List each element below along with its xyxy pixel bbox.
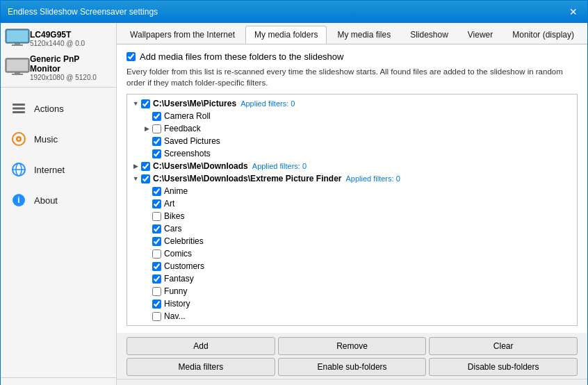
action-buttons-row1: Add Remove Clear (117, 333, 587, 358)
checkbox-15[interactable] (152, 287, 161, 296)
tree-row-12[interactable]: Comics (127, 247, 577, 260)
tree-row-10[interactable]: Cars (127, 222, 577, 235)
checkbox-9[interactable] (152, 212, 161, 221)
add-media-checkbox-label[interactable]: Add media files from these folders to th… (126, 51, 578, 62)
tree-row-15[interactable]: Funny (127, 285, 577, 297)
clear-button[interactable]: Clear (429, 337, 578, 355)
tab-my-media-folders[interactable]: My media folders (245, 26, 327, 44)
sidebar-item-music[interactable]: Music (1, 124, 116, 154)
expand-0[interactable]: ▼ (130, 98, 141, 109)
tree-row-6[interactable]: ▼ C:\Users\Me\Downloads\Extreme Picture … (127, 172, 577, 185)
svg-rect-1 (7, 31, 28, 42)
expand-2[interactable]: ▶ (141, 123, 152, 134)
add-media-checkbox[interactable] (126, 52, 136, 61)
expand-5[interactable]: ▶ (130, 161, 141, 172)
monitor-1-name: LC49G95T (30, 30, 85, 40)
checkbox-3[interactable] (152, 137, 161, 146)
tab-monitor[interactable]: Monitor (display) (503, 26, 583, 44)
folder-tree[interactable]: ▼ C:\Users\Me\Pictures Applied filters: … (126, 94, 578, 326)
tab-slideshow[interactable]: Slideshow (401, 26, 457, 44)
checkbox-4[interactable] (152, 149, 161, 158)
main-window: Endless Slideshow Screensaver settings ✕… (0, 0, 588, 385)
add-media-label: Add media files from these folders to th… (140, 51, 343, 62)
music-label: Music (34, 134, 58, 145)
expand-13 (141, 261, 152, 272)
tab-my-media-files[interactable]: My media files (328, 26, 400, 44)
label-9: Bikes (164, 211, 184, 221)
tree-row-5[interactable]: ▶ C:\Users\Me\Downloads Applied filters:… (127, 160, 577, 172)
checkbox-14[interactable] (152, 275, 161, 284)
monitor-1-item[interactable]: LC49G95T 5120x1440 @ 0.0 (1, 26, 116, 51)
tab-wallpapers[interactable]: Wallpapers from the Internet (121, 26, 244, 44)
tree-row-9[interactable]: Bikes (127, 210, 577, 222)
svg-rect-6 (15, 72, 20, 74)
expand-7 (141, 186, 152, 197)
label-4: Screenshots (164, 149, 211, 158)
monitor-1-res: 5120x1440 @ 0.0 (30, 40, 85, 47)
label-7: Anime (164, 186, 188, 196)
expand-14 (141, 273, 152, 284)
sidebar-item-actions[interactable]: Actions (1, 93, 116, 124)
monitor-1-info: LC49G95T 5120x1440 @ 0.0 (30, 30, 85, 47)
tree-row-13[interactable]: Customers (127, 260, 577, 272)
checkbox-8[interactable] (152, 199, 161, 208)
expand-6[interactable]: ▼ (130, 173, 141, 184)
bottom-bar: OK Cancel Help (117, 379, 587, 385)
expand-10 (141, 223, 152, 234)
label-15: Funny (164, 286, 187, 296)
checkbox-7[interactable] (152, 187, 161, 196)
checkbox-5[interactable] (141, 162, 150, 171)
tree-row-0[interactable]: ▼ C:\Users\Me\Pictures Applied filters: … (127, 97, 577, 110)
label-10: Cars (164, 224, 181, 234)
add-button[interactable]: Add (126, 337, 275, 355)
tree-row-16[interactable]: History (127, 297, 577, 310)
checkbox-6[interactable] (141, 174, 150, 183)
about-icon: i (9, 190, 28, 210)
monitor-1-icon (5, 28, 30, 49)
media-filters-button[interactable]: Media filters (126, 358, 275, 376)
internet-icon (9, 160, 28, 179)
label-3: Saved Pictures (164, 136, 220, 146)
svg-rect-3 (12, 44, 23, 46)
info-text: Every folder from this list is re-scanne… (126, 66, 578, 88)
tree-row-1[interactable]: Camera Roll (127, 110, 577, 122)
tree-row-2[interactable]: ▶ Feedback (127, 122, 577, 135)
checkbox-10[interactable] (152, 224, 161, 234)
tree-row-14[interactable]: Fantasy (127, 272, 577, 285)
tree-row-17[interactable]: Nav... (127, 310, 577, 322)
title-bar: Endless Slideshow Screensaver settings ✕ (1, 1, 587, 23)
checkbox-17[interactable] (152, 312, 161, 321)
checkbox-2[interactable] (152, 124, 161, 133)
tab-viewer[interactable]: Viewer (459, 26, 502, 44)
enable-subfolders-button[interactable]: Enable sub-folders (278, 358, 427, 376)
remove-button[interactable]: Remove (278, 337, 427, 355)
monitor-2-item[interactable]: Generic PnP Monitor 1920x1080 @ 5120.0 (1, 51, 116, 88)
label-8: Art (164, 199, 174, 208)
tree-row-8[interactable]: Art (127, 197, 577, 210)
checkbox-11[interactable] (152, 237, 161, 246)
about-label: About (34, 195, 58, 206)
checkbox-1[interactable] (152, 112, 161, 121)
checkbox-0[interactable] (141, 99, 150, 108)
checkbox-13[interactable] (152, 262, 161, 271)
tree-row-7[interactable]: Anime (127, 185, 577, 197)
disable-subfolders-button[interactable]: Disable sub-folders (429, 358, 578, 376)
sidebar-footer: 𝕏 f (1, 377, 116, 385)
expand-3 (141, 136, 152, 147)
filter-0: Applied filters: 0 (240, 99, 295, 108)
music-icon (9, 129, 28, 149)
tree-row-4[interactable]: Screenshots (127, 147, 577, 160)
sidebar-item-internet[interactable]: Internet (1, 154, 116, 185)
tree-row-3[interactable]: Saved Pictures (127, 135, 577, 147)
svg-rect-2 (15, 43, 20, 44)
checkbox-12[interactable] (152, 249, 161, 259)
checkbox-16[interactable] (152, 300, 161, 309)
sidebar-item-about[interactable]: i About (1, 185, 116, 215)
monitor-2-info: Generic PnP Monitor 1920x1080 @ 5120.0 (30, 54, 112, 81)
actions-icon (9, 99, 28, 118)
expand-8 (141, 198, 152, 209)
expand-17 (141, 311, 152, 322)
main-content: LC49G95T 5120x1440 @ 0.0 Generic PnP Mon… (1, 23, 587, 385)
tree-row-11[interactable]: Celebrities (127, 235, 577, 247)
close-button[interactable]: ✕ (566, 5, 580, 19)
